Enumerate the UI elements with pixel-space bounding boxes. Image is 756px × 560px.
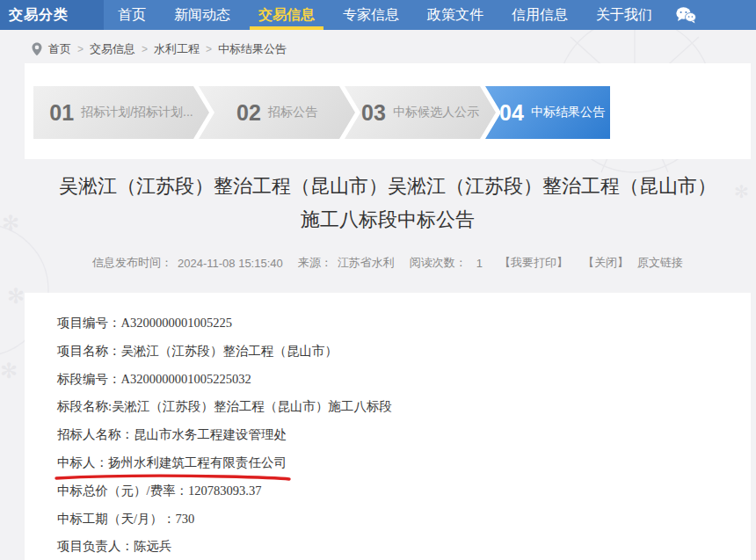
svg-text:✻: ✻	[7, 284, 25, 309]
step-label: 招标公告	[268, 105, 317, 120]
field-label: 中标工期（天/月）：	[57, 512, 176, 526]
field-project-name: 项目名称：吴淞江（江苏段）整治工程（昆山市）	[57, 338, 724, 366]
field-project-manager: 项目负责人：陈远兵	[57, 533, 724, 560]
step-number: 02	[236, 100, 261, 126]
nav-item-policy[interactable]: 政策文件	[413, 0, 498, 30]
publish-time-label: 信息发布时间：	[92, 255, 172, 271]
step-number: 01	[49, 100, 74, 126]
field-construction-period: 中标工期（天/月）：730	[57, 505, 724, 534]
nav-item-trade-info[interactable]: 交易信息	[244, 0, 329, 30]
field-value: 730	[176, 512, 195, 526]
svg-text:✻: ✻	[2, 211, 19, 236]
breadcrumb-trade-info[interactable]: 交易信息	[90, 41, 135, 57]
breadcrumb-separator: >	[206, 43, 212, 55]
field-section-name: 标段名称:吴淞江（江苏段）整治工程（昆山市）施工八标段	[57, 393, 724, 421]
step-result-announcement-active[interactable]: 04 中标结果公告	[485, 86, 610, 139]
close-button[interactable]: 【关闭】	[583, 255, 629, 271]
field-value: 吴淞江（江苏段）整治工程（昆山市）施工八标段	[112, 399, 392, 413]
field-label: 项目编号：	[57, 316, 121, 330]
field-label: 项目名称：	[57, 344, 121, 358]
location-pin-icon	[32, 42, 42, 56]
article-meta: 信息发布时间：2024-11-08 15:15:40 来源：江苏省水利 阅读次数…	[25, 255, 751, 271]
svg-text:✻: ✻	[0, 359, 18, 383]
views-value: 1	[476, 257, 483, 270]
original-link[interactable]: 原文链接	[637, 255, 683, 271]
field-value: 陈远兵	[134, 539, 172, 553]
process-steps-panel: 01 招标计划/招标计划... 02 招标公告 03 中标候选人公示 04 中标…	[25, 63, 751, 159]
field-label: 招标人名称：	[57, 427, 134, 441]
nav-item-home[interactable]: 首页	[104, 0, 160, 30]
step-number: 03	[361, 100, 386, 126]
field-value: A3200000001005225	[121, 316, 232, 330]
breadcrumb-water-projects[interactable]: 水利工程	[154, 41, 200, 57]
top-navbar: 交易分类 首页 新闻动态 交易信息 专家信息 政策文件 信用信息 关于我们	[0, 0, 756, 30]
field-label: 中标总价（元）/费率：	[57, 484, 188, 498]
source-label: 来源：	[298, 255, 332, 271]
active-tab-underline	[250, 26, 323, 30]
process-steps: 01 招标计划/招标计划... 02 招标公告 03 中标候选人公示 04 中标…	[33, 86, 751, 139]
field-label: 项目负责人：	[57, 539, 134, 553]
breadcrumb-home[interactable]: 首页	[48, 41, 71, 57]
source-value: 江苏省水利	[338, 255, 395, 271]
step-label: 中标候选人公示	[393, 105, 479, 120]
step-tender-announcement[interactable]: 02 招标公告	[199, 86, 355, 139]
field-value: A3200000001005225032	[121, 372, 251, 386]
red-annotation-underline	[55, 474, 291, 481]
breadcrumb-separator: >	[142, 43, 148, 55]
field-value: 昆山市水务工程建设管理处	[134, 427, 287, 441]
print-button[interactable]: 【我要打印】	[499, 255, 568, 271]
nav-item-credit[interactable]: 信用信息	[498, 0, 582, 30]
breadcrumb-separator: >	[77, 43, 84, 55]
step-tender-plan[interactable]: 01 招标计划/招标计划...	[33, 86, 209, 139]
field-value: 扬州水利建筑工程有限责任公司	[108, 455, 287, 469]
field-winning-price: 中标总价（元）/费率：120783093.37	[57, 477, 724, 505]
field-value: 120783093.37	[188, 484, 261, 498]
field-label: 标段编号：	[57, 372, 121, 386]
step-label: 招标计划/招标计划...	[81, 105, 193, 120]
nav-item-about[interactable]: 关于我们	[582, 0, 666, 30]
field-winning-bidder: 中标人：扬州水利建筑工程有限责任公司	[57, 449, 724, 477]
category-menu-button[interactable]: 交易分类	[0, 0, 104, 30]
field-tenderer-name: 招标人名称：昆山市水务工程建设管理处	[57, 421, 724, 449]
publish-time-value: 2024-11-08 15:15:40	[178, 257, 283, 270]
field-section-number: 标段编号：A3200000001005225032	[57, 366, 724, 394]
main-menu: 首页 新闻动态 交易信息 专家信息 政策文件 信用信息 关于我们	[104, 0, 666, 30]
field-value: 吴淞江（江苏段）整治工程（昆山市）	[121, 344, 338, 358]
field-label: 中标人：	[57, 455, 108, 469]
step-label: 中标结果公告	[531, 105, 605, 120]
field-label: 标段名称:	[57, 399, 112, 413]
nav-item-experts[interactable]: 专家信息	[329, 0, 413, 30]
wechat-icon[interactable]	[675, 0, 696, 30]
step-candidate-publicity[interactable]: 03 中标候选人公示	[345, 86, 496, 139]
announcement-content-panel: 项目编号：A3200000001005225 项目名称：吴淞江（江苏段）整治工程…	[25, 293, 751, 560]
views-label: 阅读次数：	[410, 255, 467, 271]
nav-item-news[interactable]: 新闻动态	[160, 0, 244, 30]
breadcrumb-current-page: 中标结果公告	[218, 41, 287, 57]
step-number: 04	[499, 100, 524, 126]
page-title: 吴淞江（江苏段）整治工程（昆山市）吴淞江（江苏段）整治工程（昆山市）施工八标段中…	[25, 170, 751, 236]
breadcrumb: 首页 > 交易信息 > 水利工程 > 中标结果公告	[32, 41, 287, 57]
nav-item-label: 交易信息	[258, 7, 315, 22]
field-project-number: 项目编号：A3200000001005225	[57, 309, 724, 338]
